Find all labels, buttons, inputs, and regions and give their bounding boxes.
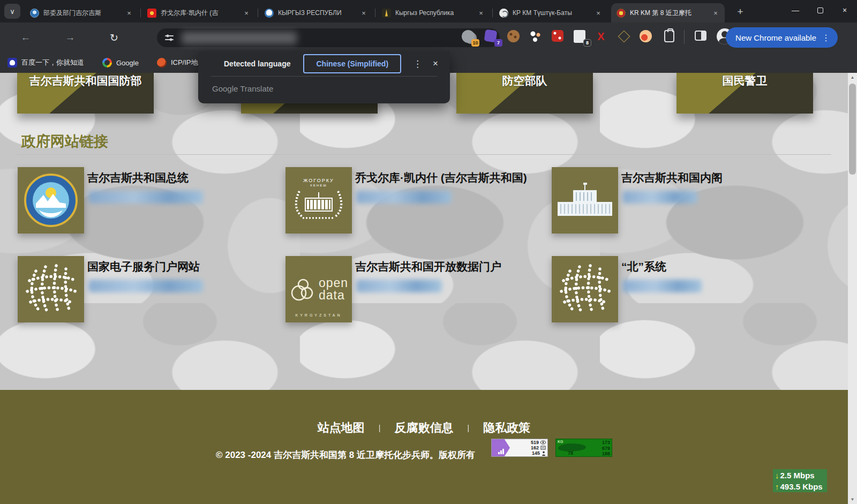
gov-link-open-data[interactable]: open data KYRGYZSTAN 吉尔吉斯共和国开放数据门户 <box>285 256 543 325</box>
extension-cookie[interactable] <box>507 30 521 44</box>
bookmark-label: 百度一下，你就知道 <box>21 58 84 67</box>
cookie-icon <box>507 30 520 42</box>
google-icon <box>102 58 112 67</box>
back-button[interactable]: ← <box>17 29 34 46</box>
extension-clipboard[interactable] <box>663 30 677 44</box>
tab-close-icon[interactable]: × <box>593 8 603 18</box>
gov-link-title: 吉尔吉斯共和国内阁 <box>621 170 723 185</box>
dice-icon <box>552 30 563 42</box>
tab-kyrgyz-respublika-2[interactable]: Кыргыз Республика × <box>377 3 490 22</box>
card-air-defense[interactable]: 防空部队 <box>456 73 593 114</box>
side-panel-button[interactable] <box>695 31 706 41</box>
browser-toolbar: ← → ↻ 文 ☆ 10 7 <box>0 22 857 52</box>
gov-link-url-redacted[interactable] <box>622 280 702 292</box>
blob-icon <box>640 30 652 42</box>
tab-close-icon[interactable]: × <box>124 8 134 18</box>
gov-link-eservices[interactable]: 国家电子服务门户网站 <box>18 256 275 325</box>
counter-value: 519 <box>531 440 539 445</box>
tab-title: КР КМ Түштүк-Баты <box>513 9 590 17</box>
site-settings-icon[interactable] <box>164 33 174 43</box>
chrome-update-button[interactable]: New Chrome available ⋮ <box>726 27 838 48</box>
extension-blob[interactable] <box>640 30 653 44</box>
new-tab-button[interactable]: + <box>733 4 748 19</box>
translate-close-icon[interactable]: × <box>433 58 438 69</box>
target-language-tab-selected[interactable]: Chinese (Simplified) <box>303 54 401 73</box>
tab-favicon-swirl-icon <box>499 9 508 18</box>
toolbar-separator <box>684 30 685 44</box>
scroll-up-arrow[interactable]: ▲ <box>848 73 857 82</box>
window-minimize-button[interactable]: — <box>783 0 808 20</box>
browser-window: ∨ 部委及部门吉尔吉斯 × 乔戈尔库·凯内什 (吉 × КЫРГЫЗ РЕСПУ… <box>0 0 857 504</box>
reload-button[interactable]: ↻ <box>106 29 123 46</box>
page-scrollbar[interactable]: ▲ ▼ <box>848 73 857 504</box>
tab-strip: ∨ 部委及部门吉尔吉斯 × 乔戈尔库·凯内什 (吉 × КЫРГЫЗ РЕСПУ… <box>0 0 857 22</box>
window-close-button[interactable]: × <box>832 0 857 20</box>
window-restore-button[interactable] <box>808 0 832 20</box>
scroll-down-arrow[interactable]: ▼ <box>848 495 857 504</box>
footer-link-anticorruption[interactable]: 反腐败信息 <box>395 420 454 436</box>
extension-diamond[interactable] <box>618 30 632 44</box>
copyright-text: © 2023 -2024 吉尔吉斯共和国第 8 近卫摩托化步兵师。版权所有 <box>216 449 475 461</box>
google-translate-popup: Detected language Chinese (Simplified) ⋮… <box>198 51 450 103</box>
tab-favicon-crest-icon <box>382 9 391 18</box>
upload-arrow-icon: ↑ <box>775 482 779 491</box>
scrollbar-thumb[interactable] <box>849 84 856 175</box>
tab-favicon-flag-icon <box>147 9 156 18</box>
tab-jogorku-kenesh[interactable]: 乔戈尔库·凯内什 (吉 × <box>142 3 255 22</box>
tab-title: 部委及部门吉尔吉斯 <box>43 9 121 18</box>
card-title: 国民警卫 <box>723 73 768 114</box>
extension-dots[interactable] <box>529 30 543 44</box>
extension-x[interactable]: X <box>595 30 607 44</box>
jogorku-kenesh-logo-icon: ЖОГОРКУ КЕНЕШ <box>285 167 352 234</box>
tab-search-button[interactable]: ∨ <box>4 4 20 19</box>
forward-button[interactable]: → <box>62 29 79 46</box>
extension-purple[interactable]: 7 <box>485 30 499 44</box>
dots-icon <box>529 30 542 43</box>
chevron-down-icon: ∨ <box>10 7 15 16</box>
tab-kyrgyz-respublika[interactable]: КЫРГЫЗ РЕСПУБЛИ × <box>259 3 373 22</box>
logo-subtext: KYRGYZSTAN <box>285 313 352 317</box>
gov-link-url-redacted[interactable] <box>356 280 442 292</box>
url-text-redacted <box>182 32 297 44</box>
footer-link-sitemap[interactable]: 站点地图 <box>318 420 365 436</box>
gov-link-president[interactable]: 吉尔吉斯共和国总统 <box>18 167 275 236</box>
dotted-globe-icon <box>18 256 84 322</box>
gov-link-north-system[interactable]: “北”系统 <box>552 256 809 325</box>
tab-ministries[interactable]: 部委及部门吉尔吉斯 × <box>25 3 138 22</box>
card-national-guard[interactable]: 国民警卫 <box>676 73 813 114</box>
gov-link-title: 乔戈尔库·凯内什 (吉尔吉斯共和国) <box>355 170 527 185</box>
network-speed-overlay: ↓2.5 Mbps ↑493.5 Kbps <box>773 469 827 492</box>
tab-kr-km-tushtuk[interactable]: КР КМ Түштүк-Баты × <box>494 3 607 22</box>
visitor-counter-badge[interactable]: 519 162 145 <box>491 439 548 457</box>
footer-link-privacy[interactable]: 隐私政策 <box>483 420 530 436</box>
country-stats-badge[interactable]: KG 78 173 679 188 <box>555 439 612 457</box>
address-bar[interactable]: 文 ☆ <box>157 28 500 47</box>
gov-link-url-redacted[interactable] <box>88 191 203 204</box>
restore-icon <box>817 7 823 13</box>
tab-close-icon[interactable]: × <box>476 8 486 18</box>
gov-link-cabinet[interactable]: 吉尔吉斯共和国内阁 <box>552 167 809 236</box>
gov-link-jogorku-kenesh[interactable]: ЖОГОРКУ КЕНЕШ <box>285 167 543 236</box>
gov-link-title: “北”系统 <box>621 259 666 274</box>
extension-page[interactable]: 8 <box>574 30 588 44</box>
extension-badge: 10 <box>471 39 479 47</box>
tab-close-icon[interactable]: × <box>242 8 251 18</box>
tab-title: 乔戈尔库·凯内什 (吉 <box>161 9 238 18</box>
extension-downloads[interactable]: 10 <box>462 30 476 44</box>
tab-close-icon[interactable]: × <box>359 8 369 18</box>
eye-icon <box>540 440 546 445</box>
gov-link-url-redacted[interactable] <box>622 191 697 204</box>
tab-favicon-military-emblem-icon <box>617 9 626 18</box>
gov-link-url-redacted[interactable] <box>88 280 203 292</box>
detected-language-tab[interactable]: Detected language <box>224 59 290 68</box>
bookmark-google[interactable]: Google <box>102 58 139 67</box>
tab-close-icon[interactable]: × <box>711 8 720 18</box>
translate-options-kebab-icon[interactable]: ⋮ <box>413 58 422 70</box>
card-defense-ministry[interactable]: 吉尔吉斯共和国国防部 <box>17 73 154 114</box>
extension-dice[interactable] <box>552 30 566 44</box>
bookmark-baidu[interactable]: 百度一下，你就知道 <box>7 58 84 67</box>
tab-kr-km-8th-division-active[interactable]: KR KM 第 8 近卫摩托 × <box>611 3 725 22</box>
kebab-menu-icon[interactable]: ⋮ <box>822 33 830 43</box>
gov-link-url-redacted[interactable] <box>356 191 452 204</box>
popup-divider <box>211 76 437 77</box>
